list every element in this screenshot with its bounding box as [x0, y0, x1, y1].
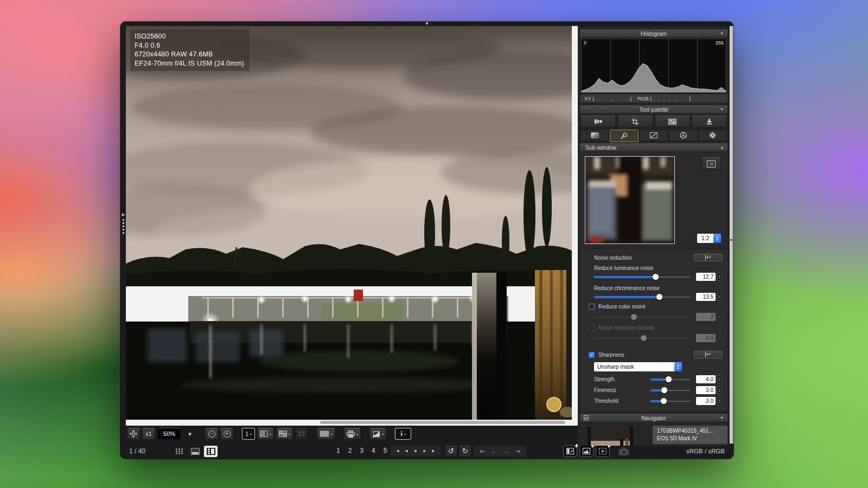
shoot-nr-value[interactable]: 0.0: [696, 334, 716, 342]
checkmark-4-button[interactable]: 4: [368, 447, 375, 454]
horizontal-split-view-button[interactable]: [188, 446, 202, 457]
luminance-noise-stepper[interactable]: ▲▼: [717, 273, 722, 281]
slider-thumb[interactable]: [661, 398, 667, 404]
rotate-left-button[interactable]: ↺: [445, 446, 457, 457]
navigator-section-header[interactable]: Navigator ▼: [580, 414, 727, 422]
settings-tab[interactable]: [699, 130, 727, 141]
print-button[interactable]: ▾: [344, 428, 361, 440]
camera-connect-button[interactable]: [616, 446, 631, 457]
tool-palette-title: Tool palette: [639, 106, 668, 113]
fineness-slider[interactable]: [650, 387, 691, 394]
threshold-value[interactable]: 3.0: [696, 397, 716, 405]
strength-value[interactable]: 4.0: [696, 375, 716, 383]
checkmark-1-button[interactable]: 1: [333, 447, 340, 454]
color-moire-stepper[interactable]: ▲▼: [717, 313, 722, 321]
sub-window-section-header[interactable]: Sub-window »: [580, 143, 727, 151]
zoom-level-dropdown[interactable]: 50%: [157, 428, 181, 440]
dust-delete-tool-button[interactable]: [655, 115, 690, 127]
background-color-button[interactable]: ▾: [317, 428, 335, 440]
rating-dot-3[interactable]: [414, 450, 417, 452]
tone-adjustment-tab[interactable]: [640, 130, 668, 141]
sub-window-position-button[interactable]: [701, 157, 721, 171]
photo-canvas[interactable]: ISO25600 F4.0 0.6 6720x4480 RAW 47.6MB E…: [126, 26, 572, 420]
first-image-button[interactable]: ⇤: [480, 447, 485, 455]
next-image-button[interactable]: →: [503, 447, 509, 455]
sub-window-scale-select[interactable]: 1:2 ▲▼: [697, 234, 721, 243]
tool-palette-section-header[interactable]: Tool palette ▼: [580, 105, 727, 113]
shoot-nr-slider[interactable]: [594, 335, 691, 342]
previous-image-button[interactable]: ←: [491, 447, 497, 455]
color-moire-checkbox[interactable]: [589, 304, 595, 310]
strength-stepper[interactable]: ▲▼: [717, 375, 722, 383]
sharpness-checkbox[interactable]: [589, 352, 595, 358]
chrominance-noise-label: Reduce chrominance noise: [594, 285, 660, 291]
navigator-thumbnail[interactable]: [588, 427, 633, 446]
chrominance-noise-stepper[interactable]: ▲▼: [717, 293, 722, 301]
horizontal-scrollbar[interactable]: [320, 421, 565, 424]
right-panel-collapse-strip[interactable]: ◀: [730, 26, 733, 444]
thumbnail-grid-view-button[interactable]: [173, 446, 186, 457]
sharpness-mode-select[interactable]: Unsharp mask ▲▼: [594, 362, 682, 371]
rating-dot-1[interactable]: [397, 450, 399, 452]
top-panel-collapse-handle[interactable]: ▼: [120, 22, 733, 26]
detail-adjustment-tab-selected[interactable]: [610, 130, 638, 142]
rating-dot-2[interactable]: [406, 450, 408, 452]
slider-thumb[interactable]: [666, 376, 672, 382]
luminance-noise-value[interactable]: 12.7: [696, 273, 716, 281]
rating-dot-5[interactable]: [432, 450, 434, 452]
histogram-section-header[interactable]: Histogram ▼: [580, 29, 727, 37]
slider-thumb[interactable]: [641, 335, 647, 341]
color-moire-slider[interactable]: [594, 313, 691, 320]
slider-thumb[interactable]: [631, 314, 637, 320]
checkmark-5-button[interactable]: 5: [380, 447, 387, 454]
stamp-tool-button[interactable]: [692, 115, 727, 127]
color-moire-value[interactable]: 2: [696, 313, 716, 321]
actual-size-button[interactable]: x1: [142, 428, 155, 440]
chrominance-noise-slider[interactable]: [594, 293, 691, 300]
vertical-split-view-button[interactable]: [204, 446, 218, 457]
chrominance-noise-value[interactable]: 13.5: [696, 293, 716, 301]
multi-view-button-disabled[interactable]: [295, 428, 308, 440]
threshold-stepper[interactable]: ▲▼: [717, 397, 722, 405]
sub-window-toggle-button[interactable]: [596, 445, 610, 457]
detail-adjustment-panel: Noise reduction ↩ Reduce luminance noise…: [580, 249, 727, 412]
rating-dot-4[interactable]: [423, 450, 425, 452]
slider-thumb[interactable]: [653, 274, 659, 280]
sub-window-preview[interactable]: [585, 156, 675, 244]
fineness-value[interactable]: 3.0: [696, 386, 716, 394]
scale-stepper-icon[interactable]: ▲▼: [713, 234, 721, 243]
zoom-out-button[interactable]: −: [205, 428, 218, 440]
checkmark-2-button[interactable]: 2: [345, 447, 352, 454]
strength-slider[interactable]: [650, 376, 691, 383]
fineness-stepper[interactable]: ▲▼: [717, 386, 722, 394]
caret-icon: ▾: [356, 432, 358, 436]
shoot-nr-checkbox[interactable]: [589, 325, 595, 331]
left-panel-collapse-handle[interactable]: ▶: [121, 213, 126, 234]
color-adjustment-tab[interactable]: [669, 130, 697, 141]
noise-reduction-reset-button[interactable]: ↩: [694, 254, 722, 261]
threshold-slider[interactable]: [650, 397, 691, 404]
zoom-caret-icon[interactable]: ▾: [183, 428, 196, 440]
checkmark-3-button[interactable]: 3: [356, 447, 363, 454]
edit-adjustment-button[interactable]: ▾: [369, 428, 386, 440]
slider-thumb[interactable]: [661, 387, 667, 393]
strength-label: Strength: [594, 376, 650, 382]
lens-correction-tool-button[interactable]: [580, 115, 616, 127]
compare-two-images-button[interactable]: ▾: [257, 428, 274, 440]
luminance-noise-slider[interactable]: [594, 273, 691, 280]
basic-adjustment-tab[interactable]: [580, 130, 609, 141]
tool-palette-top-row: [580, 115, 727, 127]
fit-to-window-button[interactable]: [127, 428, 140, 440]
single-image-view-button[interactable]: 1 ▾: [242, 428, 255, 440]
crop-tool-button[interactable]: [617, 115, 653, 127]
rotate-right-button[interactable]: ↻: [459, 446, 471, 457]
zoom-in-button[interactable]: +: [220, 428, 233, 440]
before-after-view-button[interactable]: ▾: [276, 428, 293, 440]
histogram-toggle-button[interactable]: [579, 445, 593, 457]
info-overlay-button[interactable]: i ▾: [395, 428, 411, 440]
tool-palette-toggle-button[interactable]: [563, 445, 577, 457]
shoot-nr-stepper[interactable]: ▲▼: [717, 334, 722, 342]
last-image-button[interactable]: ⇥: [515, 447, 521, 455]
sharpness-reset-button[interactable]: ↩: [694, 351, 722, 358]
slider-thumb[interactable]: [656, 294, 662, 300]
